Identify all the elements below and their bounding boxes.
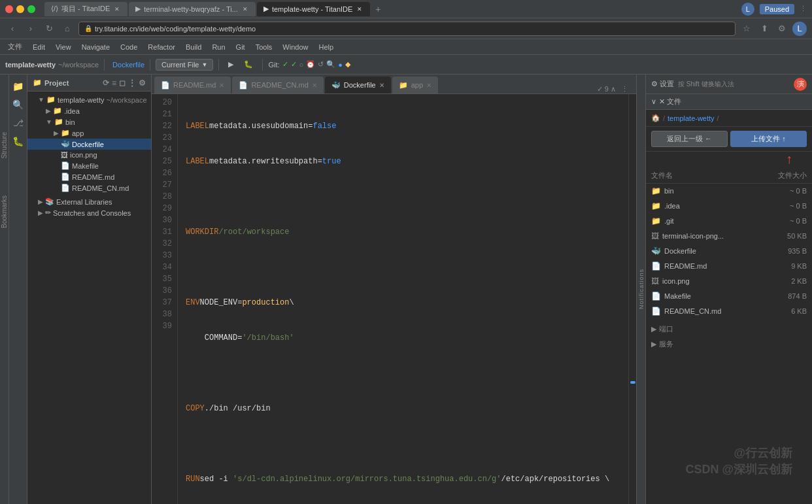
tree-root[interactable]: ▼ 📁 template-wetty ~/workspace [27, 94, 151, 105]
tree-makefile[interactable]: ▶ 📄 Makefile [27, 160, 151, 171]
run-button[interactable]: ▶ [224, 59, 237, 70]
tab-dockerfile[interactable]: 🐳 Dockerfile ✕ [325, 76, 391, 93]
file-row-dockerfile[interactable]: 🐳 Dockerfile 935 B [646, 244, 812, 259]
tab-label: Dockerfile [344, 81, 376, 89]
traffic-light-red[interactable] [5, 5, 13, 13]
tab-readme-cn[interactable]: 📄 README_CN.md ✕ [232, 76, 323, 93]
upload-button[interactable]: 上传文件 ↑ [730, 131, 807, 147]
traffic-light-green[interactable] [27, 5, 35, 13]
debug-button[interactable]: 🐛 [240, 59, 257, 70]
menu-run[interactable]: Run [207, 42, 230, 52]
file-row-idea[interactable]: 📁 .idea ~ 0 B [646, 199, 812, 214]
user-icon[interactable]: L [792, 22, 807, 36]
menu-file[interactable]: 文件 [3, 41, 27, 53]
traffic-light-yellow[interactable] [16, 5, 24, 13]
menu-refactor[interactable]: Refactor [143, 42, 180, 52]
bookmarks-tab[interactable]: Bookmarks [0, 190, 9, 233]
git-refresh[interactable]: ↺ [318, 60, 324, 69]
paused-badge[interactable]: Paused [760, 4, 794, 14]
tree-readme-cn[interactable]: ▶ 📄 README_CN.md [27, 182, 151, 193]
url-bar[interactable]: 🔒 try.titanide.cn/ide/web/coding/templat… [78, 22, 736, 36]
back-button[interactable]: 返回上一级 ← [651, 131, 728, 147]
tab-terminal-wetty[interactable]: ▶ terminal-wetty-bwqryafz - Ti... ✕ [129, 2, 256, 16]
menu-git[interactable]: Git [231, 42, 250, 52]
settings-link[interactable]: ⚙ 设置 [651, 79, 674, 89]
tab-close-icon[interactable]: ✕ [312, 82, 317, 89]
settings-icon[interactable]: ⚙ [775, 22, 789, 36]
file-row-terminal-icon[interactable]: 🖼 terminal-icon-png... 50 KB [646, 229, 812, 244]
tree-readme[interactable]: ▶ 📄 README.md [27, 171, 151, 182]
tab-close-icon[interactable]: ✕ [219, 82, 224, 89]
sidebar-icon-search[interactable]: 🔍 [10, 97, 26, 112]
notifications-panel[interactable]: Notifications [636, 75, 645, 504]
tree-label: .idea [64, 107, 151, 115]
structure-tab[interactable]: Structure [0, 127, 9, 164]
sidebar-icon-git[interactable]: ⎇ [10, 115, 26, 131]
tab-readme[interactable]: 📄 README.md ✕ [154, 76, 231, 93]
code-area[interactable]: LABEL metadata.usesubdomain=false LABEL … [178, 94, 628, 504]
tree-bin[interactable]: ▼ 📁 bin [27, 116, 151, 127]
file-row-bin[interactable]: 📁 bin ~ 0 B [646, 184, 812, 199]
menu-window[interactable]: Window [277, 42, 313, 52]
share-icon[interactable]: ⬆ [757, 22, 771, 36]
code-line: LABEL metadata.rewritesubpath=true [186, 156, 628, 167]
file-row-iconpng[interactable]: 🖼 icon.png 2 KB [646, 274, 812, 289]
title-bar: ⟨/⟩ 项目 - TitanIDE ✕ ▶ terminal-wetty-bwq… [0, 0, 812, 18]
file-icon: 📄 [651, 261, 661, 271]
docker-icon: 🐳 [651, 246, 661, 256]
tab-close-icon[interactable]: ✕ [426, 82, 431, 89]
tab-template-wetty[interactable]: ▶ template-wetty - TitanIDE ✕ [257, 2, 371, 16]
tree-icon-png[interactable]: ▶ 🖼 icon.png [27, 150, 151, 160]
chevron-down-icon: ∨ [651, 97, 656, 106]
menu-help[interactable]: Help [313, 42, 339, 52]
file-section-header[interactable]: ∨ ✕ 文件 [646, 94, 812, 110]
tab-titanide-project[interactable]: ⟨/⟩ 项目 - TitanIDE ✕ [44, 2, 127, 16]
port-section[interactable]: ▶ 端口 [646, 322, 812, 337]
git-search[interactable]: 🔍 [326, 60, 335, 69]
file-row-readme[interactable]: 📄 README.md 9 KB [646, 259, 812, 274]
forward-button[interactable]: › [24, 22, 38, 36]
more-options-icon[interactable]: ⋮ [800, 5, 807, 13]
menu-navigate[interactable]: Navigate [76, 42, 115, 52]
tree-scratches[interactable]: ▶ ✏ Scratches and Consoles [27, 207, 151, 218]
tab-close[interactable]: ✕ [356, 5, 364, 13]
tree-dockerfile[interactable]: ▶ 🐳 Dockerfile [27, 139, 151, 150]
code-line: COMMAND='/bin/bash' [186, 332, 628, 344]
menu-build[interactable]: Build [180, 42, 207, 52]
tree-app[interactable]: ▶ 📁 app [27, 127, 151, 139]
sidebar-icon-debug[interactable]: 🐛 [10, 133, 26, 149]
file-row-makefile[interactable]: 📄 Makefile 874 B [646, 289, 812, 304]
file-row-size: 874 B [768, 292, 807, 300]
menu-view[interactable]: View [50, 42, 76, 52]
tab-app[interactable]: 📁 app ✕ [392, 76, 438, 93]
file-row-readme-cn[interactable]: 📄 README_CN.md 6 KB [646, 304, 812, 319]
menu-edit[interactable]: Edit [27, 42, 50, 52]
home-button[interactable]: ⌂ [60, 22, 75, 36]
tab-close-icon[interactable]: ✕ [379, 82, 384, 89]
sync-icon[interactable]: ⟳ [103, 78, 109, 88]
tab-close[interactable]: ✕ [113, 5, 121, 13]
more-icon[interactable]: ⋮ [128, 78, 136, 88]
chevron-down-icon: ▼ [46, 118, 52, 126]
collapse-icon[interactable]: ◻ [119, 78, 126, 88]
current-file-button[interactable]: Current File ▼ [156, 59, 213, 71]
library-icon: 📚 [45, 197, 54, 206]
file-row-git[interactable]: 📁 .git ~ 0 B [646, 214, 812, 229]
bookmark-icon[interactable]: ☆ [739, 22, 754, 36]
new-tab-button[interactable]: + [371, 3, 384, 16]
code-line: LABEL metadata.usesubdomain=false [186, 120, 628, 132]
settings-icon[interactable]: ⚙ [139, 78, 146, 88]
breadcrumb-project[interactable]: template-wetty [668, 114, 715, 122]
tab-close[interactable]: ✕ [241, 5, 249, 13]
git-check1: ✓ [282, 60, 288, 69]
tree-idea[interactable]: ▶ 📁 .idea [27, 105, 151, 116]
sidebar-icon-project[interactable]: 📁 [10, 78, 26, 94]
back-button[interactable]: ‹ [5, 22, 20, 36]
tree-ext-libraries[interactable]: ▶ 📚 External Libraries [27, 196, 151, 207]
menu-tools[interactable]: Tools [250, 42, 278, 52]
service-section[interactable]: ▶ 服务 [646, 337, 812, 352]
menu-code[interactable]: Code [115, 42, 143, 52]
sort-icon[interactable]: ≡ [112, 78, 116, 88]
refresh-button[interactable]: ↻ [42, 22, 56, 36]
more-tabs-icon[interactable]: ⋮ [621, 85, 628, 93]
